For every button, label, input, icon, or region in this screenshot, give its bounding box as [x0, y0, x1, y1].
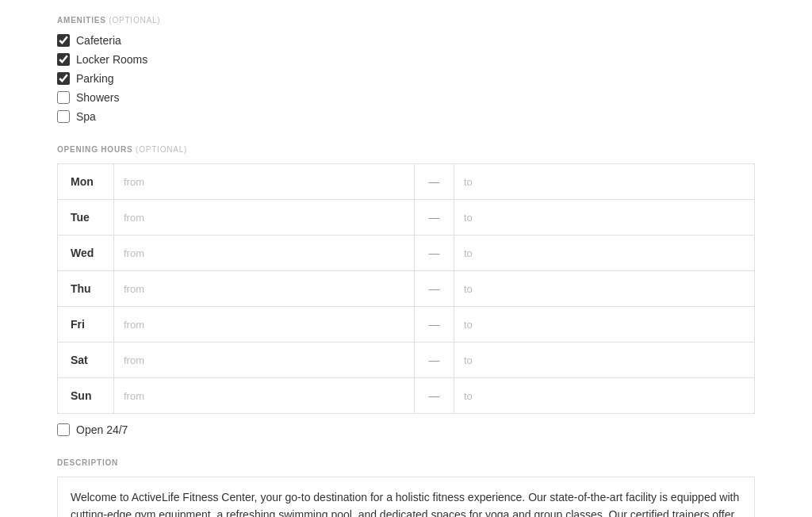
hours-row-tue: Tue—	[58, 200, 754, 236]
day-label-sun: Sun	[58, 378, 113, 413]
day-label-thu: Thu	[58, 271, 113, 306]
day-label-fri: Fri	[58, 307, 113, 342]
separator-sat: —	[414, 343, 454, 377]
separator-wed: —	[414, 236, 454, 270]
from-input-wed[interactable]	[113, 236, 414, 270]
from-input-sat[interactable]	[113, 343, 414, 377]
amenities-list: CafeteriaLocker RoomsParkingShowersSpa	[57, 34, 755, 123]
amenity-item-spa[interactable]: Spa	[57, 110, 755, 123]
day-label-wed: Wed	[58, 236, 113, 270]
amenity-checkbox-parking[interactable]	[57, 72, 70, 85]
amenity-item-cafeteria[interactable]: Cafeteria	[57, 34, 755, 47]
hours-grid: Mon—Tue—Wed—Thu—Fri—Sat—Sun—	[57, 163, 755, 414]
amenity-checkbox-spa[interactable]	[57, 110, 70, 123]
amenities-section: AMENITIES (OPTIONAL) CafeteriaLocker Roo…	[57, 16, 755, 123]
amenity-label-spa[interactable]: Spa	[76, 110, 96, 123]
to-input-fri[interactable]	[454, 307, 754, 342]
amenity-label-showers[interactable]: Showers	[76, 91, 119, 104]
amenity-checkbox-locker-rooms[interactable]	[57, 53, 70, 66]
hours-row-sun: Sun—	[58, 378, 754, 413]
day-label-mon: Mon	[58, 164, 113, 199]
opening-hours-section: OPENING HOURS (OPTIONAL) Mon—Tue—Wed—Thu…	[57, 145, 755, 436]
amenities-label: AMENITIES (OPTIONAL)	[57, 16, 755, 25]
day-label-tue: Tue	[58, 200, 113, 235]
hours-row-thu: Thu—	[58, 271, 754, 307]
open-247-checkbox[interactable]	[57, 423, 70, 436]
from-input-sun[interactable]	[113, 378, 414, 413]
to-input-wed[interactable]	[454, 236, 754, 270]
separator-tue: —	[414, 200, 454, 235]
to-input-mon[interactable]	[454, 164, 754, 199]
description-section: DESCRIPTION	[57, 458, 755, 517]
amenity-label-cafeteria[interactable]: Cafeteria	[76, 34, 121, 47]
amenity-label-parking[interactable]: Parking	[76, 72, 113, 85]
amenity-item-showers[interactable]: Showers	[57, 91, 755, 104]
description-label: DESCRIPTION	[57, 458, 755, 467]
open-247-row: Open 24/7	[57, 423, 755, 436]
separator-fri: —	[414, 307, 454, 342]
page-container: AMENITIES (OPTIONAL) CafeteriaLocker Roo…	[25, 0, 787, 517]
hours-row-sat: Sat—	[58, 343, 754, 378]
to-input-tue[interactable]	[454, 200, 754, 235]
from-input-fri[interactable]	[113, 307, 414, 342]
amenity-checkbox-cafeteria[interactable]	[57, 34, 70, 47]
amenity-checkbox-showers[interactable]	[57, 91, 70, 104]
day-label-sat: Sat	[58, 343, 113, 377]
open-247-label[interactable]: Open 24/7	[76, 423, 128, 436]
amenity-item-locker-rooms[interactable]: Locker Rooms	[57, 53, 755, 66]
to-input-sun[interactable]	[454, 378, 754, 413]
from-input-tue[interactable]	[113, 200, 414, 235]
hours-row-wed: Wed—	[58, 236, 754, 271]
hours-row-fri: Fri—	[58, 307, 754, 343]
to-input-sat[interactable]	[454, 343, 754, 377]
from-input-mon[interactable]	[113, 164, 414, 199]
separator-mon: —	[414, 164, 454, 199]
separator-thu: —	[414, 271, 454, 306]
description-textarea[interactable]	[57, 477, 755, 517]
hours-row-mon: Mon—	[58, 164, 754, 200]
amenity-label-locker-rooms[interactable]: Locker Rooms	[76, 53, 147, 66]
amenity-item-parking[interactable]: Parking	[57, 72, 755, 85]
separator-sun: —	[414, 378, 454, 413]
to-input-thu[interactable]	[454, 271, 754, 306]
from-input-thu[interactable]	[113, 271, 414, 306]
opening-hours-label: OPENING HOURS (OPTIONAL)	[57, 145, 755, 154]
